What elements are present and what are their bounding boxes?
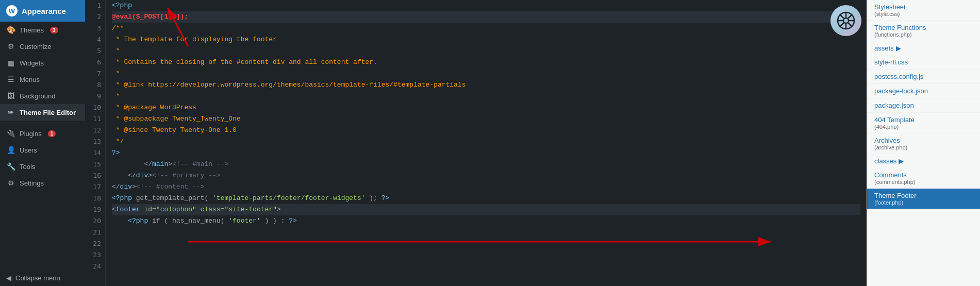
- line-num: 14: [89, 147, 101, 159]
- sidebar-item-settings[interactable]: ⚙ Settings: [0, 175, 85, 191]
- collapse-label: Collapse menu: [15, 274, 60, 282]
- file-sub: (functions.php): [874, 31, 973, 38]
- sidebar-item-customize[interactable]: ⚙ Customize: [0, 38, 85, 55]
- line-num: 4: [89, 34, 101, 45]
- svg-line-12: [849, 14, 853, 19]
- file-item-package-lock[interactable]: package-lock.json: [867, 84, 980, 98]
- file-item-archives[interactable]: Archives (archive.php): [867, 133, 980, 154]
- svg-point-5: [843, 18, 849, 23]
- sidebar-users-label: Users: [20, 146, 37, 154]
- theme-logo-svg: [836, 11, 856, 30]
- sidebar-item-label: Background: [20, 92, 55, 100]
- line-num: 15: [89, 159, 101, 170]
- code-line-8: * @link https://developer.wordpress.org/…: [112, 79, 860, 91]
- file-item-theme-footer[interactable]: Theme Footer (footer.php): [867, 189, 980, 209]
- code-line-18: </div><!-- #content -->: [112, 181, 860, 193]
- file-label: Archives: [874, 137, 900, 144]
- plugins-badge: 1: [48, 130, 56, 137]
- line-numbers: 1 2 3 4 5 6 7 8 9 10 11 12 13 14 15 16 1…: [85, 0, 106, 286]
- line-num: 17: [89, 181, 101, 193]
- sidebar-title: Appearance: [22, 7, 66, 15]
- file-sub: (footer.php): [874, 199, 973, 206]
- line-num: 6: [89, 57, 101, 68]
- plugins-icon: 🔌: [6, 129, 15, 138]
- code-line-11: * @subpackage Twenty_Twenty_One: [112, 113, 860, 125]
- line-num: 10: [89, 102, 101, 113]
- file-item-package-json[interactable]: package.json: [867, 98, 980, 113]
- sidebar-item-theme-file-editor[interactable]: ✏ Theme File Editor: [0, 104, 85, 121]
- code-line-13: */: [112, 136, 860, 147]
- file-label: style-rtl.css: [874, 58, 908, 66]
- line-num: 7: [89, 68, 101, 79]
- settings-icon: ⚙: [6, 179, 15, 187]
- themes-badge: 3: [50, 27, 58, 33]
- sidebar-item-users[interactable]: 👤 Users: [0, 142, 85, 158]
- line-num: 2: [89, 11, 101, 23]
- line-num: 22: [89, 238, 101, 249]
- svg-line-1: [168, 8, 188, 46]
- code-line-15: ?>: [112, 147, 860, 159]
- file-item-comments[interactable]: Comments (comments.php): [867, 168, 980, 189]
- file-item-404-template[interactable]: 404 Template (404.php): [867, 113, 980, 133]
- line-num: 1: [89, 0, 101, 11]
- collapse-menu[interactable]: ◀ Collapse menu: [0, 270, 85, 286]
- themes-icon: 🎨: [6, 26, 15, 34]
- red-arrow-2: [188, 229, 807, 255]
- sidebar-divider: [0, 123, 85, 123]
- sidebar-tools-label: Tools: [20, 163, 35, 171]
- code-line-24: <?php if ( has_nav_menu( 'footer' ) ) : …: [112, 215, 860, 227]
- sidebar-item-widgets[interactable]: ▦ Widgets: [0, 55, 85, 71]
- code-line-20: <?php get_template_part( 'template-parts…: [112, 193, 860, 204]
- background-icon: 🖼: [6, 92, 15, 100]
- sidebar-item-themes[interactable]: 🎨 Themes 3: [0, 22, 85, 38]
- red-arrow-1: [162, 0, 265, 62]
- svg-line-10: [840, 14, 844, 19]
- sidebar-header[interactable]: W Appearance: [0, 0, 85, 22]
- sidebar-item-menus[interactable]: ☰ Menus: [0, 71, 85, 88]
- sidebar-item-label: Widgets: [20, 59, 44, 67]
- theme-logo-circle: [830, 5, 861, 36]
- collapse-icon: ◀: [6, 274, 11, 282]
- file-label: Stylesheet: [874, 3, 906, 11]
- code-line-16: </main><!-- #main -->: [112, 159, 860, 170]
- line-num: 5: [89, 45, 101, 57]
- sidebar-item-background[interactable]: 🖼 Background: [0, 88, 85, 104]
- line-num: 21: [89, 227, 101, 238]
- line-num: 11: [89, 113, 101, 125]
- file-sub: (style.css): [874, 11, 973, 17]
- file-item-postcss[interactable]: postcss.config.js: [867, 70, 980, 84]
- file-sub: (404.php): [874, 124, 973, 130]
- line-num: 13: [89, 136, 101, 147]
- folder-arrow-icon: ▶: [896, 44, 901, 52]
- file-folder-classes[interactable]: classes ▶: [867, 154, 980, 168]
- file-folder-assets[interactable]: assets ▶: [867, 41, 980, 55]
- line-num: 9: [89, 91, 101, 102]
- file-label: postcss.config.js: [874, 73, 923, 80]
- sidebar-item-label: Menus: [20, 76, 40, 83]
- code-line-22: <footer id="colophon" class="site-footer…: [112, 204, 860, 215]
- file-folder-label: assets: [874, 44, 894, 52]
- file-item-stylesheet[interactable]: Stylesheet (style.css): [867, 0, 980, 21]
- sidebar-item-label: Theme File Editor: [20, 109, 76, 116]
- file-sub: (comments.php): [874, 179, 973, 185]
- code-editor[interactable]: 1 2 3 4 5 6 7 8 9 10 11 12 13 14 15 16 1…: [85, 0, 867, 286]
- file-item-style-rtl[interactable]: style-rtl.css: [867, 55, 980, 70]
- menus-icon: ☰: [6, 75, 15, 83]
- users-icon: 👤: [6, 146, 15, 154]
- sidebar-item-tools[interactable]: 🔧 Tools: [0, 158, 85, 175]
- file-folder-label: classes: [874, 157, 896, 165]
- file-label: Theme Functions: [874, 24, 926, 31]
- file-label: package-lock.json: [874, 87, 928, 95]
- file-panel: Stylesheet (style.css) Theme Functions (…: [867, 0, 980, 286]
- svg-line-11: [849, 23, 853, 27]
- customize-icon: ⚙: [6, 42, 15, 51]
- tools-icon: 🔧: [6, 162, 15, 171]
- file-item-theme-functions[interactable]: Theme Functions (functions.php): [867, 21, 980, 41]
- sidebar-item-plugins[interactable]: 🔌 Plugins 1: [0, 125, 85, 142]
- editor-icon: ✏: [6, 108, 15, 116]
- line-num: 16: [89, 170, 101, 181]
- line-num: 19: [89, 204, 101, 215]
- line-num: 12: [89, 125, 101, 136]
- main-content: 1 2 3 4 5 6 7 8 9 10 11 12 13 14 15 16 1…: [85, 0, 980, 286]
- folder-arrow-icon: ▶: [899, 157, 904, 165]
